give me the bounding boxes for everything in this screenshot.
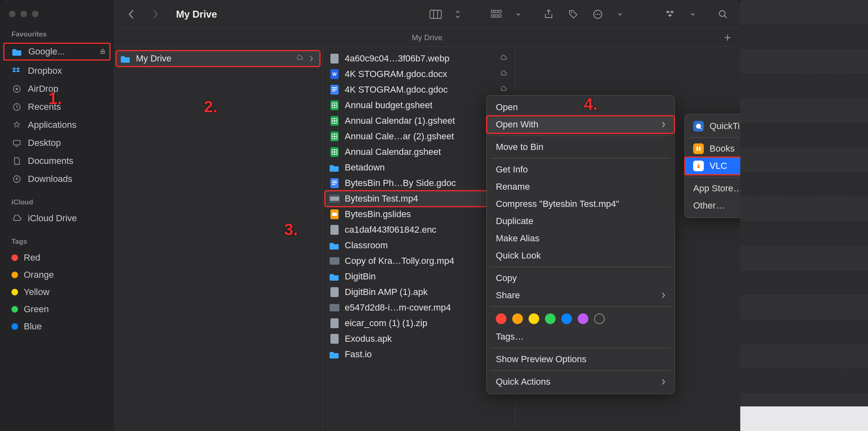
menu-quick-look[interactable]: Quick Look (487, 247, 674, 264)
view-columns-button[interactable] (428, 7, 443, 22)
nav-fwd-button[interactable] (148, 7, 163, 22)
menu-share[interactable]: Share (487, 287, 674, 304)
tags-button[interactable] (566, 7, 581, 22)
close-dot[interactable] (9, 11, 16, 17)
svg-rect-45 (330, 318, 339, 328)
file-row[interactable]: Bytesbin Test.mp4 (325, 191, 512, 206)
sidebar-item-google-drive[interactable]: Google... (3, 43, 111, 61)
chevron-down-icon[interactable] (685, 7, 700, 22)
dropbox-toolbar-icon[interactable] (663, 7, 678, 22)
sidebar-tag-orange[interactable]: Orange (0, 266, 114, 284)
sidebar-tag-red[interactable]: Red (0, 249, 114, 266)
chevron-down-icon[interactable] (613, 7, 627, 22)
cloud-icon (11, 213, 22, 224)
submenu-other[interactable]: Other… (685, 197, 740, 214)
more-button[interactable] (590, 7, 605, 22)
sidebar-item-label: AirDrop (28, 84, 59, 94)
chevron-down-icon[interactable] (511, 7, 526, 22)
color-tag-swatch[interactable] (545, 313, 556, 324)
menu-rename[interactable]: Rename (487, 178, 674, 195)
file-row[interactable]: Annual budget.gsheet (325, 98, 512, 113)
file-row[interactable]: Annual Calendar.gsheet (325, 144, 512, 160)
sidebar: Favourites Google... Dropbox AirDrop Rec… (0, 0, 114, 431)
zoom-dot[interactable] (32, 11, 38, 17)
sidebar-item-recents[interactable]: Recents (0, 98, 114, 116)
menu-duplicate[interactable]: Duplicate (487, 213, 674, 230)
menu-open-with[interactable]: Open With (487, 116, 674, 133)
menu-quick-actions[interactable]: Quick Actions (487, 373, 674, 390)
sidebar-item-icloud-drive[interactable]: iCloud Drive (0, 210, 114, 227)
search-button[interactable] (716, 7, 730, 22)
sidebar-item-airdrop[interactable]: AirDrop (0, 80, 114, 98)
new-tab-button[interactable] (721, 32, 734, 44)
tab-label[interactable]: My Drive (412, 33, 443, 42)
tag-dot-icon (11, 289, 18, 295)
nav-back-button[interactable] (124, 7, 138, 22)
color-tag-swatch[interactable] (578, 313, 588, 324)
eject-icon[interactable] (99, 48, 106, 55)
sidebar-item-dropbox[interactable]: Dropbox (0, 62, 114, 79)
quicktime-icon (693, 121, 704, 132)
svg-point-15 (597, 14, 599, 15)
file-row[interactable]: BytesBin.gslides (325, 206, 512, 222)
sidebar-item-desktop[interactable]: Desktop (0, 134, 114, 152)
file-row[interactable]: 4a60c9c04…3f06b7.webp (325, 51, 512, 66)
submenu-vlc[interactable]: VLC (685, 157, 740, 175)
share-button[interactable] (541, 7, 556, 22)
sidebar-item-downloads[interactable]: Downloads (0, 170, 114, 188)
file-row[interactable]: Betadown (325, 160, 512, 175)
clock-icon (11, 102, 22, 112)
file-type-icon (329, 333, 340, 344)
file-type-icon (329, 193, 340, 204)
file-name: 4K STOGRAM.gdoc.gdoc (345, 84, 495, 95)
file-name: DigitBin (345, 271, 495, 282)
sidebar-item-documents[interactable]: Documents (0, 152, 114, 170)
menu-tags[interactable]: Tags… (487, 328, 674, 345)
svg-point-14 (595, 14, 597, 15)
color-tag-swatch[interactable] (529, 313, 539, 324)
file-row[interactable]: Annual Cale…ar (2).gsheet (325, 129, 512, 144)
submenu-quicktime[interactable]: QuickTime Player (default) (685, 118, 740, 135)
sidebar-tag-green[interactable]: Green (0, 301, 114, 318)
color-tag-swatch[interactable] (512, 313, 523, 324)
file-row[interactable]: W4K STOGRAM.gdoc.docx (325, 66, 512, 82)
color-tag-swatch[interactable] (496, 313, 506, 324)
file-row[interactable]: Fast.io (325, 347, 512, 362)
menu-copy[interactable]: Copy (487, 270, 674, 287)
submenu-app-store[interactable]: App Store… (685, 180, 740, 197)
sidebar-item-label: Downloads (28, 174, 72, 184)
file-row[interactable]: ca1daf443f061842.enc (325, 222, 512, 238)
file-row[interactable]: eicar_com (1) (1).zip (325, 315, 512, 331)
minimize-dot[interactable] (20, 11, 27, 17)
menu-make-alias[interactable]: Make Alias (487, 230, 674, 247)
file-row[interactable]: Copy of Kra…Tolly.org.mp4 (325, 253, 512, 269)
menu-move-to-bin[interactable]: Move to Bin (487, 138, 674, 156)
file-row[interactable]: e547d2d8-i…m-cover.mp4 (325, 300, 512, 315)
sidebar-item-applications[interactable]: Applications (0, 116, 114, 134)
color-tag-none[interactable] (594, 313, 605, 324)
file-name: Annual Calendar.gsheet (345, 147, 495, 157)
file-row[interactable]: DigitBin (325, 269, 512, 284)
svg-rect-5 (430, 10, 441, 18)
file-name: BytesBin Ph…By Side.gdoc (345, 178, 495, 188)
file-row[interactable]: BytesBin Ph…By Side.gdoc (325, 175, 512, 191)
menu-get-info[interactable]: Get Info (487, 161, 674, 178)
chevron-right-icon (661, 379, 665, 385)
menu-compress[interactable]: Compress "Bytesbin Test.mp4" (487, 195, 674, 213)
file-row[interactable]: DigitBin AMP (1).apk (325, 284, 512, 300)
menu-open[interactable]: Open (487, 99, 674, 116)
file-row[interactable]: Exodus.apk (325, 331, 512, 347)
submenu-books[interactable]: Books (685, 140, 740, 157)
group-button[interactable] (489, 7, 504, 22)
svg-rect-9 (491, 15, 494, 17)
menu-show-preview-options[interactable]: Show Preview Options (487, 351, 674, 368)
file-row[interactable]: 4K STOGRAM.gdoc.gdoc (325, 82, 512, 98)
file-row[interactable]: Annual Calendar (1).gsheet (325, 113, 512, 129)
sidebar-tag-yellow[interactable]: Yellow (0, 284, 114, 301)
file-row[interactable]: Classroom (325, 238, 512, 253)
sidebar-tag-blue[interactable]: Blue (0, 318, 114, 335)
view-chevron-icon[interactable] (450, 7, 465, 22)
color-tag-swatch[interactable] (561, 313, 572, 324)
sidebar-item-label: iCloud Drive (28, 213, 77, 224)
folder-my-drive[interactable]: My Drive (116, 51, 320, 66)
